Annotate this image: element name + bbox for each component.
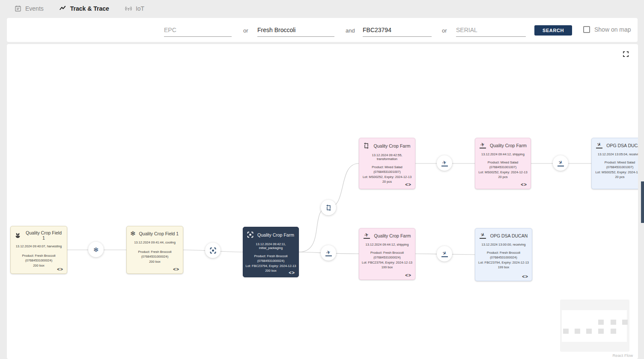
node-datetime: 13.12.2024 09:44:12, shipping bbox=[477, 152, 528, 156]
node-details: Product: Mixed Salad(07684531001007)Lot:… bbox=[361, 165, 413, 184]
minimap-node bbox=[598, 329, 604, 334]
minimap-node bbox=[622, 320, 628, 325]
tab-track-trace-label: Track & Trace bbox=[70, 5, 109, 12]
node-datetime: 13.12.2024 09:41:44, cooling bbox=[129, 240, 181, 244]
minimap-node bbox=[611, 329, 616, 334]
node-datetime: 13.12.2024 09:42:11, initial_packaging bbox=[245, 242, 296, 250]
flow-node-2[interactable]: ❄Quality Crop Field 113.12.2024 09:41:44… bbox=[126, 226, 183, 274]
node-detail-line: (07684531000024) bbox=[361, 255, 413, 260]
flight-takeoff-icon: ✈ bbox=[325, 250, 333, 256]
serial-input[interactable] bbox=[456, 24, 526, 37]
node-title: Quality Crop Farm bbox=[489, 143, 527, 148]
node-detail-line: Lot: FBC23794, Expiry: 2024-12-13 bbox=[245, 264, 296, 268]
node-detail-line: Product: Fresh Broccoli bbox=[13, 253, 65, 258]
track-trace-icon bbox=[59, 5, 67, 12]
flight-takeoff-icon: ✈ bbox=[479, 142, 487, 148]
product-field-wrap bbox=[257, 24, 334, 37]
node-detail-line: Lot: FBC23794, Expiry: 2024-12-13 bbox=[361, 260, 413, 265]
code-icon[interactable]: <> bbox=[522, 274, 528, 279]
node-title: Quality Crop Farm bbox=[373, 143, 411, 148]
show-on-map-label: Show on map bbox=[594, 26, 631, 33]
minimap-viewport[interactable] bbox=[562, 310, 627, 342]
node-datetime: 13.12.2024 09:40:07, harvesting bbox=[13, 244, 65, 248]
tab-track-trace[interactable]: Track & Trace bbox=[59, 5, 109, 12]
events-icon bbox=[14, 5, 22, 12]
flow-node-5[interactable]: ✈Quality Crop Farm13.12.2024 09:44:12, s… bbox=[475, 138, 531, 189]
node-details: Product: Fresh Broccoli(07684531000024)L… bbox=[361, 250, 413, 270]
node-detail-line: Product: Fresh Broccoli bbox=[245, 254, 296, 258]
flow-node-1[interactable]: Quality Crop Field 113.12.2024 09:40:07,… bbox=[10, 226, 67, 274]
flow-node-6[interactable]: ✈OPG DSA DUCAN13.12.2024 13:05:04, recei… bbox=[591, 138, 638, 189]
node-details: Product: Mixed Salad(07684531001007)Lot:… bbox=[594, 160, 638, 179]
flight-landing-icon: ✈ bbox=[479, 232, 487, 239]
edge-badge-landing[interactable]: ✈ bbox=[437, 246, 452, 261]
fullscreen-icon bbox=[622, 50, 629, 58]
minimap[interactable] bbox=[560, 300, 629, 352]
lot-field-wrap bbox=[363, 24, 432, 37]
node-detail-line: Product: Fresh Broccoli bbox=[129, 249, 181, 254]
flight-landing-icon: ✈ bbox=[557, 160, 565, 166]
search-button[interactable]: SEARCH bbox=[534, 25, 572, 36]
node-detail-line: 20 pcs bbox=[594, 175, 638, 179]
node-title: Quality Crop Farm bbox=[373, 233, 411, 238]
lot-input[interactable] bbox=[363, 24, 432, 37]
node-detail-line: (07684531000024) bbox=[129, 254, 181, 259]
epc-field-wrap bbox=[164, 24, 232, 37]
flow-node-8[interactable]: ✈OPG DSA DUCAN13.12.2024 13:00:00, recei… bbox=[475, 228, 532, 281]
flow-canvas[interactable]: React Flow Quality Crop Field 113.12.202… bbox=[7, 44, 638, 359]
fullscreen-button[interactable] bbox=[622, 50, 629, 58]
node-details: Product: Fresh Broccoli(07684531000024)2… bbox=[13, 253, 65, 268]
node-detail-line: (07684531001007) bbox=[477, 165, 528, 169]
flight-landing-icon: ✈ bbox=[595, 142, 603, 148]
flow-node-4[interactable]: Quality Crop Farm13.12.2024 09:42:55, tr… bbox=[359, 138, 415, 189]
tab-iot[interactable]: IoT bbox=[125, 5, 144, 12]
node-datetime: 13.12.2024 13:05:04, receiving bbox=[594, 152, 638, 156]
tab-iot-label: IoT bbox=[136, 5, 144, 12]
epc-input[interactable] bbox=[164, 24, 232, 37]
or-label-1: or bbox=[243, 27, 248, 34]
code-icon[interactable]: <> bbox=[405, 273, 411, 278]
code-icon[interactable]: <> bbox=[289, 270, 295, 275]
code-icon[interactable]: <> bbox=[57, 267, 63, 272]
node-details: Product: Fresh Broccoli(07684531000024)2… bbox=[129, 249, 181, 264]
code-icon[interactable]: <> bbox=[173, 267, 179, 272]
node-detail-line: (07684531000024) bbox=[245, 258, 296, 263]
node-detail-line: Lot: MS00252, Expiry: 2024-12-13 bbox=[361, 175, 413, 179]
edge-badge-transform[interactable] bbox=[321, 200, 336, 215]
code-icon[interactable]: <> bbox=[405, 182, 411, 187]
show-on-map-checkbox[interactable] bbox=[583, 26, 590, 33]
node-detail-line: Product: Mixed Salad bbox=[594, 160, 638, 165]
node-title: Quality Crop Field 1 bbox=[138, 231, 179, 236]
scrollbar-thumb[interactable] bbox=[641, 181, 644, 223]
top-nav: Events Track & Trace IoT bbox=[0, 0, 644, 17]
edge-badge-takeoff[interactable]: ✈ bbox=[437, 155, 452, 171]
reactflow-attribution: React Flow bbox=[612, 353, 633, 358]
edge-badge-takeoff[interactable]: ✈ bbox=[321, 245, 336, 261]
flight-takeoff-icon: ✈ bbox=[363, 232, 371, 239]
node-detail-line: Product: Fresh Broccoli bbox=[477, 250, 530, 255]
snowflake-icon: ❄ bbox=[130, 230, 136, 237]
flow-node-7[interactable]: ✈Quality Crop Farm13.12.2024 09:44:12, s… bbox=[359, 228, 415, 280]
edge-badge-landing[interactable]: ✈ bbox=[553, 155, 568, 171]
edge-badge-snowflake[interactable]: ❄ bbox=[88, 242, 104, 257]
transform-icon bbox=[325, 204, 332, 211]
show-on-map-toggle[interactable]: Show on map bbox=[583, 26, 631, 33]
node-detail-line: Lot: MS00252, Expiry: 2024-12-13 bbox=[477, 170, 528, 175]
minimap-node bbox=[563, 329, 569, 334]
flight-takeoff-icon: ✈ bbox=[441, 160, 449, 166]
node-detail-line: (07684531000024) bbox=[477, 255, 530, 260]
node-detail-line: 199 box bbox=[361, 265, 413, 270]
transform-icon bbox=[363, 142, 370, 149]
tab-events-label: Events bbox=[25, 5, 44, 12]
edge-badge-package[interactable] bbox=[205, 243, 221, 258]
package-icon bbox=[209, 247, 217, 254]
node-detail-line: 199 box bbox=[477, 265, 530, 270]
tab-events[interactable]: Events bbox=[14, 5, 44, 12]
flow-node-3[interactable]: Quality Crop Farm13.12.2024 09:42:11, in… bbox=[243, 227, 299, 277]
code-icon[interactable]: <> bbox=[521, 182, 527, 187]
package-icon bbox=[247, 231, 254, 238]
minimap-node bbox=[575, 329, 580, 334]
product-input[interactable] bbox=[257, 24, 334, 37]
minimap-node bbox=[586, 329, 592, 334]
node-detail-line: Product: Fresh Broccoli bbox=[361, 250, 413, 255]
